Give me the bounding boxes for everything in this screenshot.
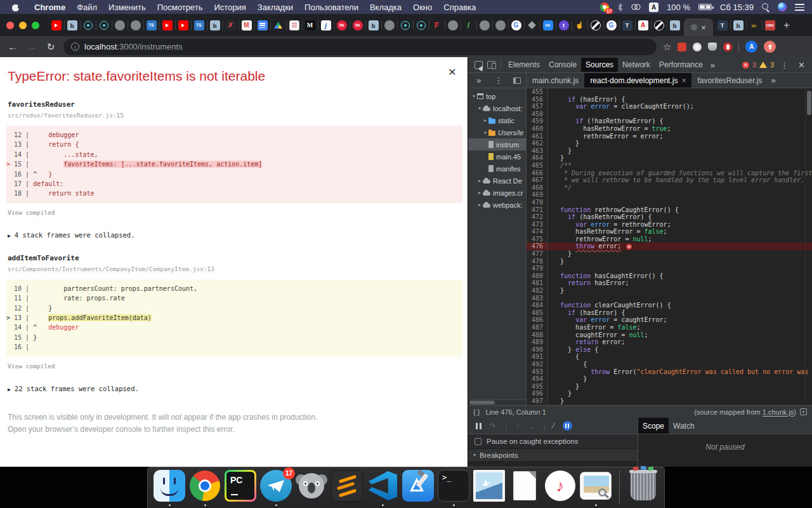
camera-app-icon[interactable] [631, 3, 641, 11]
gutter-line-number[interactable]: 476 [527, 243, 548, 250]
gutter-line-number[interactable]: 467 [527, 177, 548, 184]
gutter-line-number[interactable]: 492 [527, 361, 548, 368]
pinned-tab-tilda[interactable]: t [556, 14, 572, 36]
collapsed-frames-1[interactable]: ▶4 stack frames were collapsed. [8, 231, 462, 239]
dock-icon-finder[interactable] [154, 470, 185, 502]
gutter-line-number[interactable]: 486 [527, 316, 548, 324]
gutter-line-number[interactable]: 482 [527, 287, 548, 295]
dock-icon-music[interactable]: ♪ [544, 470, 576, 502]
pinned-tab-habr[interactable]: h [667, 14, 683, 36]
pinned-tab-gh[interactable] [492, 14, 508, 36]
gutter-line-number[interactable]: 483 [527, 295, 548, 302]
dock-icon-telegram[interactable]: 17 [260, 470, 292, 502]
device-toolbar-icon[interactable] [487, 61, 495, 69]
pinned-tab-t[interactable]: T [714, 14, 730, 36]
forward-button[interactable]: → [25, 41, 38, 52]
gutter-line-number[interactable]: 494 [527, 375, 548, 383]
pinned-tab-slash[interactable]: / [461, 14, 476, 36]
address-bar[interactable]: i localhost:3000/instruments [63, 39, 657, 55]
file-tree-item-React-De[interactable]: ▸React De [468, 175, 526, 187]
pinned-tab-react[interactable] [413, 14, 429, 36]
gutter-line-number[interactable]: 488 [527, 331, 548, 339]
input-language-indicator[interactable]: A [649, 3, 658, 12]
gutter-line-number[interactable]: 487 [527, 324, 548, 331]
close-tab-icon[interactable]: × [701, 23, 706, 32]
active-tab[interactable]: × [684, 18, 713, 36]
pinned-tab-glasses[interactable]: ∞ [746, 14, 762, 36]
close-window-button[interactable] [6, 22, 14, 29]
close-file-tab-icon[interactable]: × [681, 76, 686, 85]
profile-avatar[interactable]: A [745, 41, 757, 53]
gutter-line-number[interactable]: 475 [527, 236, 548, 243]
gutter-line-number[interactable]: 455 [527, 88, 548, 96]
gutter-line-number[interactable]: 461 [527, 133, 548, 140]
file-tree-item-main-45[interactable]: main.45 [468, 150, 526, 163]
overlay-close-button[interactable]: × [449, 65, 456, 78]
dock-icon-koala[interactable] [296, 470, 327, 502]
pinned-tab-react[interactable] [397, 14, 413, 36]
pinned-tab-globe[interactable] [587, 14, 603, 36]
pinned-tab-hand[interactable]: ☝ [572, 14, 587, 36]
dock-icon-vscode[interactable] [367, 470, 398, 502]
file-tab-react-dom.development.js[interactable]: react-dom.development.js× [584, 73, 691, 88]
editor-scrollbar[interactable] [805, 88, 812, 405]
pinned-tab-globe[interactable] [651, 14, 667, 36]
dock-icon-libreoffice[interactable] [509, 470, 540, 502]
tree-arrow-icon[interactable]: ▾ [476, 105, 483, 111]
tree-arrow-icon[interactable]: ▸ [476, 202, 483, 208]
dock-icon-trash[interactable] [627, 470, 659, 502]
file-tree-item-Users-le[interactable]: ▸Users/le [468, 126, 526, 138]
menubar-item-Посмотреть[interactable]: Посмотреть [152, 3, 209, 12]
inline-error-icon[interactable]: ✕ [626, 244, 632, 250]
bluetooth-icon[interactable] [617, 3, 623, 11]
tree-arrow-icon[interactable]: ▸ [476, 178, 483, 184]
gutter-line-number[interactable]: 479 [527, 265, 548, 272]
pinned-tab-hh[interactable]: hh [334, 14, 350, 36]
step-out-button[interactable]: ↑ [516, 422, 520, 431]
pinned-tab-yt[interactable] [159, 14, 175, 36]
battery-icon[interactable] [698, 4, 712, 10]
breakpoints-section-header[interactable]: ▾ Breakpoints [468, 448, 638, 461]
gutter-line-number[interactable]: 493 [527, 368, 548, 376]
pinned-tab-t[interactable]: T [619, 14, 635, 36]
file-tab-favoritesReduser.js[interactable]: favoritesReduser.js [691, 73, 768, 88]
menubar-item-Файл[interactable]: Файл [71, 3, 103, 12]
pinned-tab-gmail[interactable]: M [239, 14, 254, 36]
gutter-line-number[interactable]: 462 [527, 140, 548, 147]
gutter-line-number[interactable]: 478 [527, 258, 548, 265]
tree-arrow-icon[interactable]: ▸ [476, 190, 483, 196]
apple-menu-icon[interactable] [11, 3, 20, 11]
pinned-tab-react[interactable] [80, 14, 96, 36]
tree-arrow-icon[interactable]: ▾ [471, 93, 477, 99]
collapse-sidebar-icon[interactable] [513, 77, 521, 84]
file-tree-item-webpack-[interactable]: ▸webpack: [468, 199, 526, 211]
pinned-tab-ts[interactable]: TS [143, 14, 159, 36]
gutter-line-number[interactable]: 466 [527, 170, 548, 177]
gutter-line-number[interactable]: 463 [527, 147, 548, 155]
extension-icon-bucket[interactable] [708, 43, 717, 51]
pinned-tab-vk[interactable]: VK [540, 14, 556, 36]
gutter-line-number[interactable]: 460 [527, 125, 548, 133]
pinned-tab-gh[interactable] [128, 14, 143, 36]
gutter-line-number[interactable]: 457 [527, 103, 548, 110]
file-tree-item-manifes[interactable]: manifes [468, 163, 526, 175]
menubar-item-Справка[interactable]: Справка [438, 3, 481, 12]
step-into-button[interactable]: ↓ [504, 422, 508, 431]
dock-icon-pycharm[interactable]: PC [225, 470, 256, 502]
file-tree-item-images-cr[interactable]: ▸images.cr [468, 187, 526, 199]
error-badge-icon[interactable]: ✕ [742, 62, 749, 69]
gutter-line-number[interactable]: 485 [527, 309, 548, 317]
pinned-tab-jq[interactable]: j [318, 14, 334, 36]
tab-watch[interactable]: Watch [669, 418, 699, 434]
pause-script-button[interactable] [476, 423, 481, 429]
devtools-close-icon[interactable]: ✕ [795, 60, 808, 70]
more-panels-chevron[interactable]: » [707, 60, 718, 70]
view-compiled-link[interactable]: View compiled [8, 209, 462, 216]
extension-icon-blocker[interactable] [723, 43, 732, 51]
file-tree-item-static[interactable]: ▸static [468, 114, 526, 126]
warning-badge-icon[interactable] [759, 62, 767, 68]
dock-icon-mail[interactable] [473, 470, 505, 502]
file-tree-item-localhost-[interactable]: ▾localhost: [468, 102, 526, 114]
pinned-tab-xfig[interactable]: ✗ [223, 14, 239, 36]
view-compiled-link[interactable]: View compiled [8, 363, 462, 370]
